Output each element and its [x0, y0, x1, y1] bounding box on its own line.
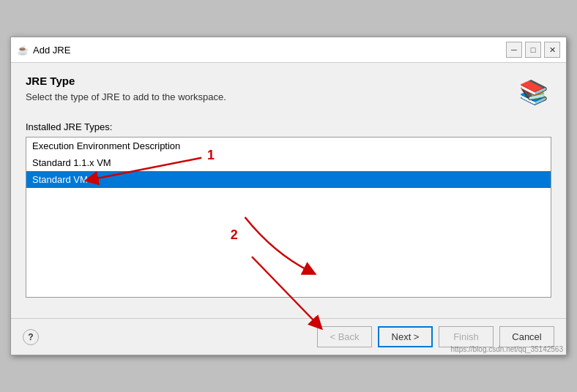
cancel-button[interactable]: Cancel [499, 326, 554, 347]
title-bar-left: ☕ Add JRE [17, 44, 70, 56]
header-text: JRE Type Select the type of JRE to add t… [26, 75, 516, 102]
add-jre-dialog: ☕ Add JRE ─ □ ✕ JRE Type Select the type… [10, 37, 567, 355]
list-item-standard-vm[interactable]: Standard VM [26, 171, 551, 188]
list-item-standard-1-1[interactable]: Standard 1.1.x VM [26, 154, 551, 171]
close-button[interactable]: ✕ [544, 42, 560, 58]
list-label: Installed JRE Types: [26, 121, 551, 132]
back-button[interactable]: < Back [317, 326, 372, 347]
watermark: https://blog.csdn.net/qq_35142563 [451, 345, 563, 353]
header-subtitle: Select the type of JRE to add to the wor… [26, 91, 516, 102]
button-bar-left: ? [23, 329, 39, 345]
minimize-button[interactable]: ─ [506, 42, 522, 58]
title-bar: ☕ Add JRE ─ □ ✕ [11, 37, 566, 63]
title-bar-controls: ─ □ ✕ [506, 42, 560, 58]
header-section: JRE Type Select the type of JRE to add t… [26, 75, 551, 110]
svg-text:2: 2 [231, 227, 238, 242]
dialog-icon: ☕ [17, 44, 29, 56]
jre-icon: 📚 [516, 75, 551, 110]
finish-button[interactable]: Finish [439, 326, 494, 347]
button-bar-right: < Back Next > Finish Cancel [317, 326, 554, 347]
maximize-button[interactable]: □ [525, 42, 541, 58]
next-button[interactable]: Next > [378, 326, 433, 347]
help-button[interactable]: ? [23, 329, 39, 345]
list-item-execution-environment[interactable]: Execution Environment Description [26, 137, 551, 154]
jre-types-listbox[interactable]: Execution Environment Description Standa… [26, 137, 551, 298]
header-title: JRE Type [26, 75, 516, 87]
dialog-content: JRE Type Select the type of JRE to add t… [11, 63, 566, 318]
dialog-title: Add JRE [33, 45, 70, 56]
list-section: Installed JRE Types: Execution Environme… [26, 121, 551, 298]
